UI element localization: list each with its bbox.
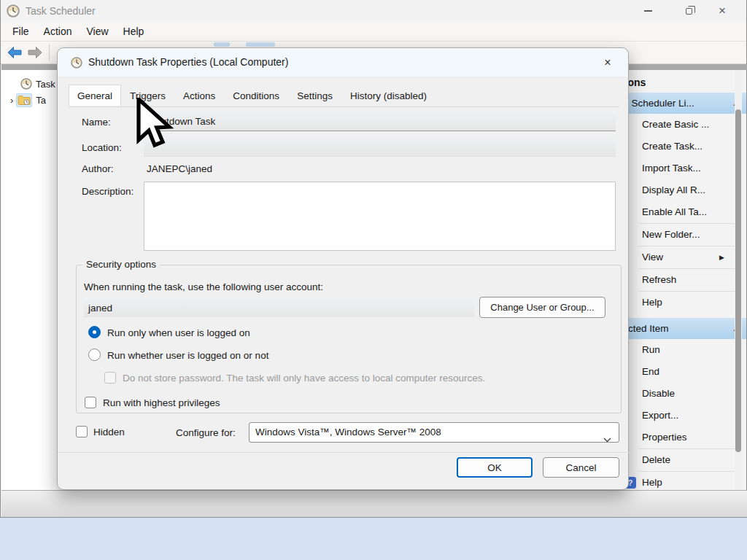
restore-icon — [686, 8, 692, 15]
radio-run-logged-on-label[interactable]: Run only when user is logged on — [107, 327, 250, 338]
minimize-icon — [644, 10, 652, 11]
author-label: Author: — [82, 163, 114, 174]
dialog-close-icon[interactable]: × — [597, 53, 618, 72]
scrollbar-thumb[interactable] — [735, 109, 741, 452]
change-user-button[interactable]: Change User or Group... — [479, 297, 605, 318]
checkbox-highest-privileges[interactable] — [85, 397, 96, 408]
restore-button[interactable] — [672, 0, 705, 22]
actions-scrollbar[interactable] — [735, 70, 742, 490]
tab-history[interactable]: History (disabled) — [341, 86, 436, 106]
tree-child-label: Ta — [36, 95, 46, 106]
titlebar[interactable]: Task Scheduler × — [1, 0, 746, 22]
account-hint-text: When running the task, use the following… — [84, 281, 323, 292]
statusbar — [1, 490, 747, 517]
dialog-clock-icon — [71, 57, 82, 71]
author-value: JANEPC\janed — [147, 163, 212, 174]
minimize-button[interactable] — [631, 0, 665, 22]
toolbar-separator — [49, 44, 50, 61]
description-label: Description: — [82, 186, 133, 197]
close-button[interactable]: × — [705, 0, 739, 22]
toolbar-icon-partial — [214, 42, 230, 47]
app-clock-icon — [7, 4, 20, 20]
radio-run-logged-on[interactable] — [88, 326, 101, 338]
window-title: Task Scheduler — [26, 5, 96, 17]
tab-actions[interactable]: Actions — [174, 86, 224, 106]
chevron-down-icon — [603, 430, 611, 449]
dialog-titlebar[interactable]: Shutdown Task Properties (Local Computer… — [58, 48, 628, 77]
configure-for-value: Windows Vista™, Windows Server™ 2008 — [255, 427, 441, 438]
description-field[interactable] — [144, 182, 616, 251]
action-view-label: View — [642, 252, 663, 262]
configure-for-select[interactable]: Windows Vista™, Windows Server™ 2008 — [249, 422, 619, 443]
radio-run-logged-on-or-not[interactable] — [88, 349, 101, 361]
tab-conditions[interactable]: Conditions — [224, 86, 288, 106]
dialog-footer-separator — [58, 452, 630, 453]
name-field[interactable]: Shutdown Task — [144, 112, 616, 131]
close-icon: × — [719, 4, 726, 18]
library-folder-icon — [16, 93, 32, 107]
expand-chevron-icon[interactable]: › — [10, 95, 13, 106]
radio-run-logged-on-or-not-label[interactable]: Run whether user is logged on or not — [107, 350, 268, 361]
name-label: Name: — [82, 117, 111, 128]
configure-for-label: Configure for: — [176, 427, 236, 438]
security-options-group: Security options When running the task, … — [76, 265, 622, 413]
mouse-cursor — [136, 98, 175, 160]
dialog-title: Shutdown Task Properties (Local Computer… — [88, 56, 288, 68]
tab-settings[interactable]: Settings — [288, 86, 341, 106]
clock-icon — [20, 78, 32, 90]
action-selected-help-label: Help — [642, 477, 662, 488]
desktop: Task Scheduler × File Action View Help — [0, 0, 747, 560]
checkbox-hidden[interactable] — [76, 426, 88, 438]
checkbox-highest-privileges-label[interactable]: Run with highest privileges — [103, 397, 220, 408]
security-options-legend: Security options — [82, 259, 160, 270]
toolbar-icon-partial — [246, 42, 275, 47]
menu-help[interactable]: Help — [116, 23, 152, 39]
menu-file[interactable]: File — [5, 23, 36, 39]
user-account-field: janed — [84, 299, 474, 317]
menubar: File Action View Help — [1, 22, 746, 42]
taskbar: 11:37 07/02/2025 — [0, 518, 747, 560]
menu-view[interactable]: View — [79, 23, 115, 39]
cancel-button[interactable]: Cancel — [543, 457, 619, 478]
dialog-tabs: General Triggers Actions Conditions Sett… — [69, 85, 436, 106]
checkbox-no-password — [104, 372, 116, 384]
menu-action[interactable]: Action — [36, 23, 80, 39]
tab-general[interactable]: General — [69, 85, 121, 106]
location-label: Location: — [82, 142, 122, 153]
submenu-arrow-icon: ▶ — [719, 246, 724, 268]
checkbox-no-password-label: Do not store password. The task will onl… — [123, 373, 485, 384]
ok-button[interactable]: OK — [457, 457, 533, 478]
back-icon[interactable] — [7, 46, 23, 62]
forward-icon[interactable] — [27, 46, 43, 62]
hidden-label[interactable]: Hidden — [93, 427, 125, 438]
location-field — [144, 137, 616, 157]
